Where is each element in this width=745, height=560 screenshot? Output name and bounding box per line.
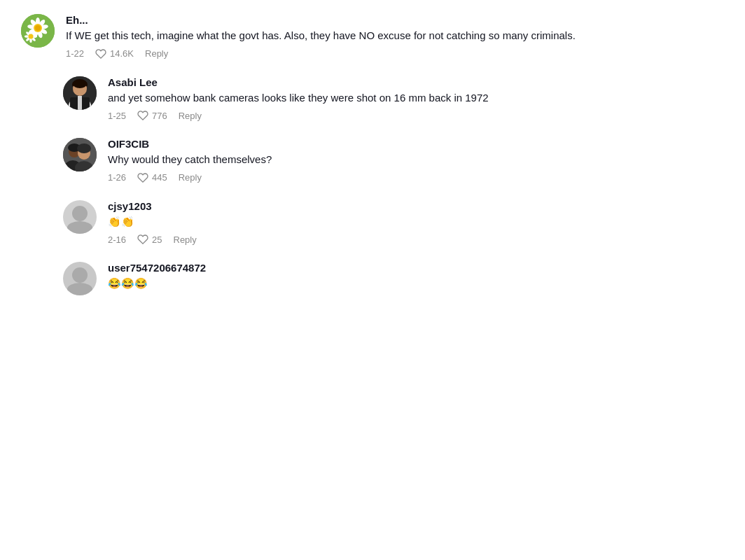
avatar-body xyxy=(67,283,92,295)
heart-icon xyxy=(137,234,148,245)
like-button[interactable]: 25 xyxy=(137,234,162,245)
comment-text: If WE get this tech, imagine what the go… xyxy=(66,28,724,44)
reply-button[interactable]: Reply xyxy=(179,111,202,121)
comment-username: Eh... xyxy=(66,14,724,26)
svg-rect-28 xyxy=(78,96,82,110)
comment-item: Eh... If WE get this tech, imagine what … xyxy=(21,14,724,59)
reply-button[interactable]: Reply xyxy=(174,234,197,245)
avatar-head xyxy=(72,267,88,283)
comment-item: OIF3CIB Why would they catch themselves?… xyxy=(63,138,724,183)
comment-username: Asabi Lee xyxy=(108,76,724,88)
like-button[interactable]: 14.6K xyxy=(95,48,134,59)
comment-text: 😂😂😂 xyxy=(108,276,724,292)
heart-icon xyxy=(137,110,148,121)
svg-point-20 xyxy=(29,34,34,39)
avatar xyxy=(63,76,97,110)
reply-button[interactable]: Reply xyxy=(179,172,202,183)
comment-body: Eh... If WE get this tech, imagine what … xyxy=(66,14,724,59)
comment-text: 👏👏 xyxy=(108,214,724,230)
avatar xyxy=(63,262,97,295)
comment-date: 1-22 xyxy=(66,48,84,59)
comment-item: user7547206674872 😂😂😂 xyxy=(63,262,724,296)
like-button[interactable]: 776 xyxy=(137,110,167,121)
avatar-body xyxy=(67,221,92,234)
comment-text: and yet somehow bank cameras looks like … xyxy=(108,90,724,106)
comment-meta: 1-22 14.6K Reply xyxy=(66,48,724,59)
comment-body: Asabi Lee and yet somehow bank cameras l… xyxy=(108,76,724,122)
avatar-head xyxy=(72,206,88,221)
comment-body: user7547206674872 😂😂😂 xyxy=(108,262,724,296)
comment-meta: 1-25 776 Reply xyxy=(108,110,724,121)
svg-point-11 xyxy=(35,25,41,31)
like-count: 14.6K xyxy=(110,48,134,59)
svg-point-34 xyxy=(77,144,91,153)
like-button[interactable]: 445 xyxy=(137,172,167,183)
comment-meta: 1-26 445 Reply xyxy=(108,172,724,183)
comment-username: OIF3CIB xyxy=(108,138,724,150)
like-count: 776 xyxy=(152,111,167,121)
svg-point-25 xyxy=(73,80,87,88)
comment-username: user7547206674872 xyxy=(108,262,724,274)
comment-date: 1-25 xyxy=(108,111,126,121)
reply-button[interactable]: Reply xyxy=(145,48,168,59)
comment-username: cjsy1203 xyxy=(108,200,724,212)
comment-item: cjsy1203 👏👏 2-16 25 Reply xyxy=(63,200,724,246)
comment-date: 2-16 xyxy=(108,234,126,245)
comment-meta: 2-16 25 Reply xyxy=(108,234,724,245)
comment-item: Asabi Lee and yet somehow bank cameras l… xyxy=(63,76,724,122)
avatar xyxy=(21,14,55,48)
comment-body: cjsy1203 👏👏 2-16 25 Reply xyxy=(108,200,724,246)
avatar xyxy=(63,200,97,234)
heart-icon xyxy=(95,48,106,59)
comment-body: OIF3CIB Why would they catch themselves?… xyxy=(108,138,724,183)
comment-text: Why would they catch themselves? xyxy=(108,152,724,168)
avatar xyxy=(63,138,97,172)
comment-date: 1-26 xyxy=(108,172,126,183)
heart-icon xyxy=(137,172,148,183)
like-count: 445 xyxy=(152,172,167,183)
like-count: 25 xyxy=(152,234,162,245)
